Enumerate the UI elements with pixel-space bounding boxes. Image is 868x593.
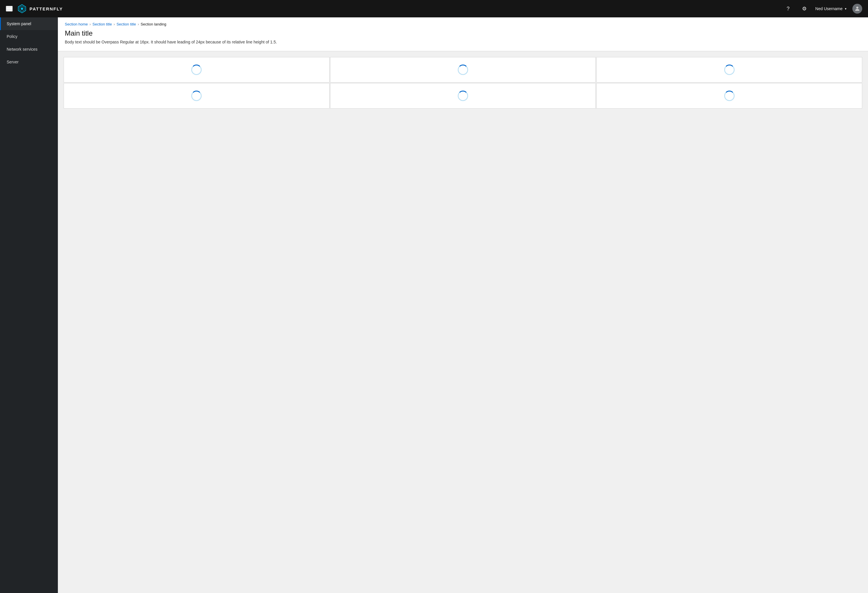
chevron-down-icon: ▾: [845, 7, 847, 11]
breadcrumb-sep-2: ›: [114, 22, 115, 27]
breadcrumb: Section home › Section title › Section t…: [65, 22, 861, 27]
sidebar-item-policy[interactable]: Policy: [0, 30, 58, 43]
breadcrumb-current: Section landing: [140, 22, 166, 27]
sidebar-item-network-services[interactable]: Network services: [0, 43, 58, 56]
topnav-right-section: ? ⚙ Ned Username ▾: [783, 3, 862, 14]
top-navigation: PATTERNFLY ? ⚙ Ned Username ▾: [0, 0, 868, 17]
breadcrumb-section-title-1[interactable]: Section title: [93, 22, 112, 27]
user-menu[interactable]: Ned Username ▾: [815, 6, 847, 11]
hamburger-menu-button[interactable]: [6, 6, 13, 12]
sidebar-item-system-panel[interactable]: System panel: [0, 17, 58, 30]
spinner-4: [191, 91, 202, 101]
spinner-6: [724, 91, 735, 101]
cards-grid: [63, 57, 862, 109]
breadcrumb-sep-3: ›: [138, 22, 139, 27]
sidebar: System panel Policy Network services Ser…: [0, 17, 58, 593]
card-5[interactable]: [330, 83, 596, 109]
user-name: Ned Username: [815, 6, 843, 11]
logo: PATTERNFLY: [17, 4, 63, 13]
spinner-3: [724, 65, 735, 75]
sidebar-item-server[interactable]: Server: [0, 56, 58, 68]
card-2[interactable]: [330, 57, 596, 83]
help-icon: ?: [787, 6, 790, 12]
card-4[interactable]: [63, 83, 329, 109]
page-body-text: Body text should be Overpass Regular at …: [65, 39, 861, 45]
breadcrumb-section-title-2[interactable]: Section title: [117, 22, 136, 27]
card-6[interactable]: [596, 83, 862, 109]
page-title: Main title: [65, 29, 861, 37]
spinner-5: [458, 91, 468, 101]
card-1[interactable]: [63, 57, 329, 83]
breadcrumb-section-home[interactable]: Section home: [65, 22, 88, 27]
logo-text: PATTERNFLY: [30, 6, 63, 11]
avatar[interactable]: [852, 4, 862, 13]
svg-point-3: [856, 7, 858, 9]
spinner-1: [191, 65, 202, 75]
main-content: Section home › Section title › Section t…: [58, 17, 868, 593]
settings-button[interactable]: ⚙: [799, 3, 810, 14]
help-button[interactable]: ?: [783, 3, 793, 14]
breadcrumb-sep-1: ›: [90, 22, 91, 27]
page-header: Section home › Section title › Section t…: [58, 17, 868, 51]
gear-icon: ⚙: [802, 6, 807, 12]
avatar-icon: [854, 6, 861, 12]
card-3[interactable]: [596, 57, 862, 83]
cards-area: [58, 51, 868, 593]
svg-marker-2: [21, 7, 23, 10]
logo-icon: [17, 4, 27, 13]
spinner-2: [458, 65, 468, 75]
